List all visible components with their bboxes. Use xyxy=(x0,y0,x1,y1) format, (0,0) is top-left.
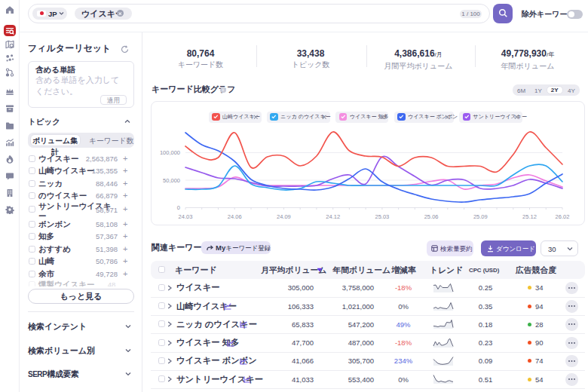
svg-text:24.03: 24.03 xyxy=(179,213,193,220)
svg-text:24.06: 24.06 xyxy=(228,213,242,220)
svg-text:24.12: 24.12 xyxy=(326,213,340,220)
svg-text:24.09: 24.09 xyxy=(277,213,291,220)
svg-text:25.09: 25.09 xyxy=(473,213,488,220)
svg-text:100,000: 100,000 xyxy=(160,149,180,156)
svg-text:25.03: 25.03 xyxy=(375,213,390,220)
svg-text:25.06: 25.06 xyxy=(424,213,439,220)
svg-text:25.12: 25.12 xyxy=(522,213,537,220)
svg-text:26.02: 26.02 xyxy=(556,213,570,220)
svg-text:0: 0 xyxy=(177,204,180,211)
svg-text:50,000: 50,000 xyxy=(163,177,180,184)
